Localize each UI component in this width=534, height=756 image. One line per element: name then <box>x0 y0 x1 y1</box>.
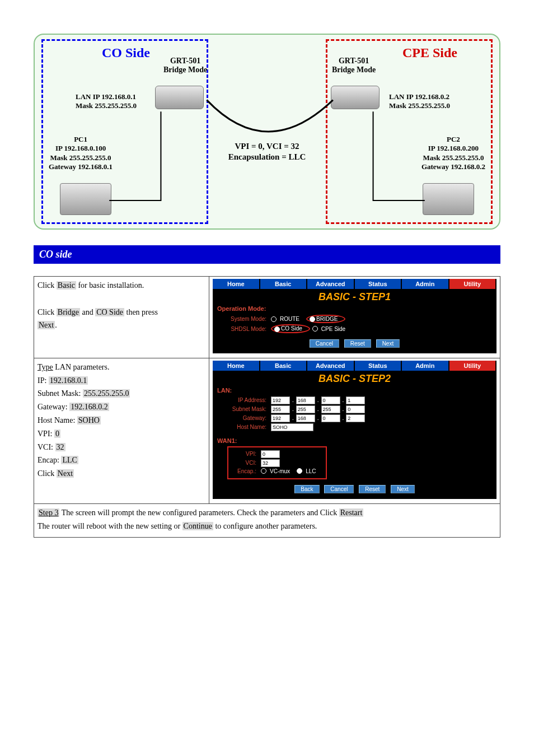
sm-octet-1[interactable]: 255 <box>271 405 290 413</box>
row3-cell: Step 3 The screen will prompt the new co… <box>34 503 500 538</box>
back-button[interactable]: Back <box>294 485 319 493</box>
row1-left: Click Basic for basic installation. Clic… <box>34 277 209 358</box>
tab-bar: Home Basic Advanced Status Admin Utility <box>213 279 496 289</box>
table-row: Type LAN parameters. IP: 192.168.0.1 Sub… <box>34 358 500 503</box>
vci-input[interactable]: 32 <box>261 459 280 467</box>
topology-diagram: CO Side GRT-501 Bridge Mode LAN IP 192.1… <box>34 34 500 230</box>
coside-circled: CO Side <box>271 324 310 333</box>
tab-home[interactable]: Home <box>213 361 260 371</box>
hn-highlight: SOHO <box>77 416 101 424</box>
sm-octet-3[interactable]: 255 <box>321 405 340 413</box>
reset-button[interactable]: Reset <box>359 485 386 493</box>
gw-octet-4[interactable]: 2 <box>346 414 365 422</box>
step2-title: BASIC - STEP2 <box>213 371 496 386</box>
vpi-highlight: 0 <box>54 430 60 438</box>
hostname-line: Host Name: SOHO <box>213 423 496 432</box>
next-button[interactable]: Next <box>376 339 400 348</box>
tab-basic[interactable]: Basic <box>260 279 308 289</box>
gw-octet-3[interactable]: 0 <box>321 414 340 422</box>
step1-screenshot: Home Basic Advanced Status Admin Utility… <box>213 279 496 353</box>
step1-button-row: Cancel Reset Next <box>213 334 496 348</box>
tab-status[interactable]: Status <box>355 361 402 371</box>
basic-highlight: Basic <box>57 281 76 290</box>
table-row: Click Basic for basic installation. Clic… <box>34 277 500 358</box>
tab-basic[interactable]: Basic <box>260 361 308 371</box>
coside-highlight: CO Side <box>95 308 124 316</box>
tab-status[interactable]: Status <box>355 279 402 289</box>
tab-utility[interactable]: Utility <box>449 361 497 371</box>
reset-button[interactable]: Reset <box>344 339 371 348</box>
restart-highlight: Restart <box>339 508 364 517</box>
gateway-line: Gateway: 192. 168. 0. 2 <box>213 414 496 423</box>
sm-octet-2[interactable]: 255 <box>296 405 315 413</box>
shdsl-mode-line: SHDSL Mode: CO Side CPE Side <box>213 324 496 333</box>
cancel-button[interactable]: Cancel <box>324 485 354 493</box>
instruction-table: Click Basic for basic installation. Clic… <box>34 276 500 538</box>
tab-advanced[interactable]: Advanced <box>307 279 355 289</box>
ip-octet-2[interactable]: 168 <box>296 396 315 404</box>
ip-octet-1[interactable]: 192 <box>271 396 290 404</box>
radio-llc[interactable] <box>297 468 302 474</box>
tab-advanced[interactable]: Advanced <box>307 361 355 371</box>
row1-right: Home Basic Advanced Status Admin Utility… <box>209 277 500 358</box>
vci-highlight: 32 <box>55 443 65 451</box>
encap-highlight: LLC <box>61 456 78 464</box>
wan1-circled-block: VPI:0 VCI:32 Encap.: VC-mux LLC <box>227 446 327 479</box>
subnet-mask-line: Subnet Mask: 255. 255. 255. 0 <box>213 405 496 414</box>
row2-left: Type LAN parameters. IP: 192.168.0.1 Sub… <box>34 358 209 503</box>
bridge-circled: BRIDGE <box>306 315 345 323</box>
continue-highlight: Continue <box>182 522 213 530</box>
radio-route[interactable] <box>271 316 277 322</box>
step2-screenshot: Home Basic Advanced Status Admin Utility… <box>213 361 496 499</box>
step3-underline: Step 3 <box>38 508 59 517</box>
section-header-co-side: CO side <box>34 245 500 264</box>
bridge-highlight: Bridge <box>57 308 80 316</box>
radio-cpeside[interactable] <box>312 326 318 332</box>
lan-label: LAN: <box>213 386 496 396</box>
hostname-input[interactable]: SOHO <box>271 423 313 431</box>
next-button[interactable]: Next <box>391 485 415 493</box>
tab-utility[interactable]: Utility <box>449 279 497 289</box>
gw-octet-2[interactable]: 168 <box>296 414 315 422</box>
radio-vcmux[interactable] <box>261 468 266 474</box>
table-row: Step 3 The screen will prompt the new co… <box>34 503 500 538</box>
wan1-label: WAN1: <box>213 436 496 446</box>
system-mode-line: System Mode: ROUTE BRIDGE <box>213 314 496 324</box>
vpi-input[interactable]: 0 <box>261 450 280 458</box>
step2-button-row: Back Cancel Reset Next <box>213 479 496 493</box>
tab-admin[interactable]: Admin <box>402 279 449 289</box>
radio-bridge[interactable] <box>310 316 315 322</box>
tab-admin[interactable]: Admin <box>402 361 449 371</box>
radio-coside[interactable] <box>274 326 280 332</box>
gw-highlight: 192.168.0.2 <box>69 403 109 411</box>
cable-lines <box>35 35 499 228</box>
operation-mode-label: Operation Mode: <box>213 304 496 314</box>
step1-title: BASIC - STEP1 <box>213 289 496 304</box>
cancel-button[interactable]: Cancel <box>310 339 339 348</box>
tab-home[interactable]: Home <box>213 279 260 289</box>
row2-right: Home Basic Advanced Status Admin Utility… <box>209 358 500 503</box>
ip-octet-4[interactable]: 1 <box>346 396 365 404</box>
sm-highlight: 255.255.255.0 <box>83 389 130 398</box>
ip-highlight: 192.168.0.1 <box>49 376 88 385</box>
sm-octet-4[interactable]: 0 <box>346 405 365 413</box>
ip-address-line: IP Address: 192. 168. 0. 1 <box>213 396 496 405</box>
ip-octet-3[interactable]: 0 <box>321 396 340 404</box>
next-highlight: Next <box>38 321 55 329</box>
gw-octet-1[interactable]: 192 <box>271 414 290 422</box>
next2-highlight: Next <box>57 469 74 478</box>
tab-bar: Home Basic Advanced Status Admin Utility <box>213 361 496 371</box>
